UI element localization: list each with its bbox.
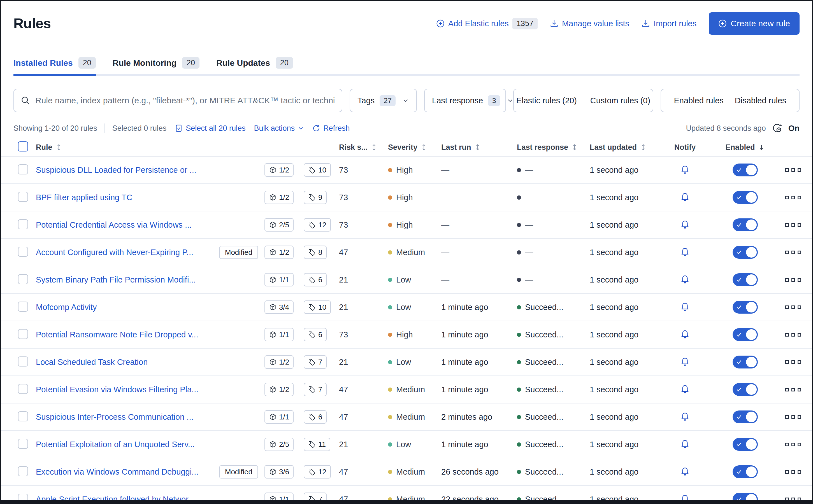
column-header-risk-score[interactable]: Risk s... [335,143,374,152]
refresh-button[interactable]: Refresh [312,124,350,133]
notification-bell-icon[interactable] [680,330,690,340]
tags-filter-dropdown[interactable]: Tags 27 [349,89,417,112]
integrations-badge[interactable]: 1/2 [264,383,293,396]
all-actions-icon[interactable] [785,360,801,364]
notification-bell-icon[interactable] [680,275,690,285]
enabled-toggle[interactable] [733,356,758,368]
row-checkbox[interactable] [18,164,28,174]
enabled-toggle[interactable] [733,493,758,504]
integrations-badge[interactable]: 2/5 [264,218,293,232]
integrations-badge[interactable]: 3/6 [264,465,293,479]
enabled-toggle[interactable] [733,328,758,341]
enabled-toggle[interactable] [733,301,758,314]
select-all-rules-link[interactable]: Select all 20 rules [175,124,245,133]
create-new-rule-button[interactable]: Create new rule [709,12,800,35]
tags-badge[interactable]: 7 [304,493,327,504]
all-actions-icon[interactable] [785,415,801,419]
tags-badge[interactable]: 12 [304,465,331,479]
notification-bell-icon[interactable] [680,494,690,504]
enabled-toggle[interactable] [733,410,758,423]
integrations-badge[interactable]: 1/2 [264,355,293,369]
integrations-badge[interactable]: 3/4 [264,300,293,314]
tags-badge[interactable]: 12 [304,218,331,232]
enabled-toggle[interactable] [733,465,758,478]
enabled-toggle[interactable] [733,218,758,231]
rule-name-link[interactable]: Apple Script Execution followed by Netwo… [36,495,195,504]
row-checkbox[interactable] [18,329,28,339]
notification-bell-icon[interactable] [680,357,690,367]
row-checkbox[interactable] [18,192,28,202]
row-checkbox[interactable] [18,247,28,257]
tags-badge[interactable]: 11 [304,438,330,451]
tags-badge[interactable]: 6 [304,328,327,341]
enabled-toggle[interactable] [733,164,758,176]
all-actions-icon[interactable] [785,498,801,501]
rule-name-link[interactable]: Mofcomp Activity [36,303,97,312]
all-actions-icon[interactable] [785,333,801,337]
column-header-rule[interactable]: Rule [31,143,262,152]
all-actions-icon[interactable] [785,168,801,172]
search-input[interactable] [35,96,335,105]
last-response-filter-dropdown[interactable]: Last response 3 [424,89,506,112]
select-all-checkbox[interactable] [18,141,28,151]
rule-name-link[interactable]: System Binary Path File Permission Modif… [36,275,196,284]
row-checkbox[interactable] [18,466,28,476]
column-header-enabled[interactable]: Enabled [717,143,773,152]
row-checkbox[interactable] [18,384,28,394]
row-checkbox[interactable] [18,356,28,367]
row-checkbox[interactable] [18,439,28,449]
tags-badge[interactable]: 8 [304,246,327,259]
all-actions-icon[interactable] [785,470,801,474]
all-actions-icon[interactable] [785,251,801,254]
bulk-actions-dropdown[interactable]: Bulk actions [254,124,304,133]
integrations-badge[interactable]: 1/1 [264,273,293,286]
all-actions-icon[interactable] [785,305,801,309]
rule-name-link[interactable]: Potential Credential Access via Windows … [36,220,192,230]
rule-search-box[interactable] [13,89,342,112]
rule-name-link[interactable]: Potential Evasion via Windows Filtering … [36,385,198,394]
add-elastic-rules-link[interactable]: Add Elastic rules 1357 [436,18,538,29]
row-checkbox[interactable] [18,411,28,421]
rule-name-link[interactable]: Suspicious DLL Loaded for Persistence or… [36,165,196,175]
integrations-badge[interactable]: 2/5 [264,438,293,451]
all-actions-icon[interactable] [785,443,801,446]
row-checkbox[interactable] [18,302,28,312]
enabled-toggle[interactable] [733,438,758,451]
import-rules-link[interactable]: Import rules [642,19,697,28]
tab-rule-updates[interactable]: Rule Updates 20 [216,57,293,76]
row-checkbox[interactable] [18,219,28,229]
row-checkbox[interactable] [18,274,28,284]
enabled-toggle[interactable] [733,383,758,396]
rule-name-link[interactable]: Account Configured with Never-Expiring P… [36,248,193,257]
tab-installed-rules[interactable]: Installed Rules 20 [13,57,96,76]
tags-badge[interactable]: 10 [304,300,331,314]
column-header-last-updated[interactable]: Last updated [574,143,653,152]
notification-bell-icon[interactable] [680,192,690,202]
notification-bell-icon[interactable] [680,467,690,477]
notification-bell-icon[interactable] [680,439,690,449]
all-actions-icon[interactable] [785,196,801,199]
integrations-badge[interactable]: 1/1 [264,493,293,504]
row-checkbox[interactable] [18,494,28,504]
integrations-badge[interactable]: 1/1 [264,410,293,424]
notification-bell-icon[interactable] [680,412,690,422]
rule-name-link[interactable]: Execution via Windows Command Debuggi... [36,467,198,477]
tags-badge[interactable]: 6 [304,410,327,424]
all-actions-icon[interactable] [785,278,801,282]
integrations-badge[interactable]: 1/2 [264,163,293,177]
enabled-toggle[interactable] [733,273,758,286]
enabled-rules-filter[interactable]: Enabled rules [674,96,723,105]
integrations-badge[interactable]: 1/2 [264,246,293,259]
enabled-toggle[interactable] [733,246,758,259]
tags-badge[interactable]: 6 [304,273,327,286]
notification-bell-icon[interactable] [680,247,690,257]
column-header-last-response[interactable]: Last response [500,143,574,152]
integrations-badge[interactable]: 1/2 [264,191,293,204]
notification-bell-icon[interactable] [680,302,690,312]
rule-name-link[interactable]: Potential Exploitation of an Unquoted Se… [36,440,195,449]
auto-refresh-icon[interactable] [772,123,782,133]
column-header-severity[interactable]: Severity [374,143,426,152]
custom-rules-filter[interactable]: Custom rules (0) [590,96,650,105]
tab-rule-monitoring[interactable]: Rule Monitoring 20 [113,57,199,76]
tags-badge[interactable]: 7 [304,355,327,369]
